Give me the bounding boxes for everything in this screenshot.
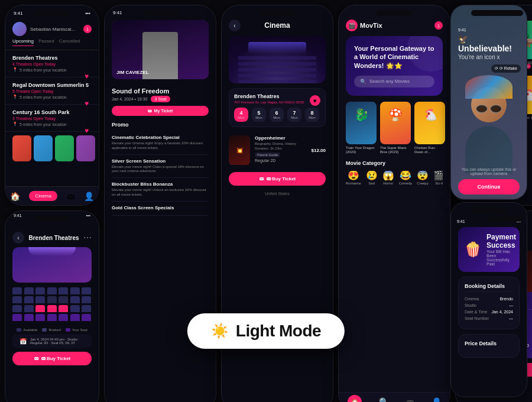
heart-icon-3[interactable]: ♥	[85, 127, 93, 135]
notification-badge[interactable]: 1	[83, 25, 92, 33]
seat-r4c5[interactable]	[59, 314, 68, 321]
nav-cinema-button[interactable]: Cinema	[29, 191, 57, 201]
seat-r3c1[interactable]	[12, 305, 22, 312]
seat-r2c2[interactable]	[24, 296, 34, 303]
retake-button[interactable]: ⟳ ⟳ Retake	[491, 64, 521, 73]
movie-strip	[5, 132, 99, 165]
seat-r1c1[interactable]	[12, 287, 22, 294]
promo-item-4[interactable]: Gold Class Screen Specials	[112, 202, 209, 216]
bottom-nav-theaters: 🏠 Cinema 🎟 👤	[5, 186, 99, 205]
phone-notch-payment	[471, 208, 507, 213]
seat-r2c7[interactable]	[82, 296, 91, 303]
seat-r1c5[interactable]	[59, 287, 68, 294]
seat-r3c5[interactable]	[59, 305, 68, 312]
promo-desc-3: Elevate your movie night! Unlock an excl…	[112, 188, 209, 197]
category-row: 😍 Romance 😢 Sad 😱 Horror 😂 Comedy	[346, 171, 443, 185]
promo-name-4: Gold Class Screen Specials	[112, 205, 209, 210]
seat-r1c6[interactable]	[70, 287, 80, 294]
seat-r3c3[interactable]	[35, 305, 45, 312]
seats-title: Brenden Theatres	[28, 235, 79, 241]
nav-search[interactable]: 🔍	[379, 397, 389, 403]
seat-r2c1[interactable]	[12, 296, 22, 303]
seat-r1c2[interactable]	[24, 287, 34, 294]
movie-card-1[interactable]: 🐉 Train Your Dragon (2023)	[346, 102, 377, 154]
selfie-lens-right	[490, 105, 502, 113]
date-box-0[interactable]: 4 Mon	[234, 108, 248, 122]
date-box-3[interactable]: 7 Mon	[287, 108, 301, 122]
cat-sad[interactable]: 😢 Sad	[366, 171, 378, 185]
nav-profile-icon[interactable]: 👤	[84, 192, 94, 201]
payment-success-banner: 🍿 PaymentSuccess Your Bill Has Been Succ…	[458, 227, 520, 272]
user-name: Sebastian Maniscal...	[30, 27, 80, 32]
tab-upcoming[interactable]: Upcoming	[12, 38, 34, 46]
seat-r4c2[interactable]	[24, 314, 34, 321]
legend-dot-yours	[66, 328, 70, 332]
seat-r4c4[interactable]	[47, 314, 57, 321]
theater-item-3[interactable]: Century 16 South Park 3 Theatres Open To…	[5, 105, 99, 132]
tab-passed[interactable]: Passed	[38, 38, 54, 46]
nav-ticket-icon[interactable]: 🎟	[67, 192, 75, 201]
date-box-1[interactable]: 5 Mon	[252, 108, 266, 122]
movie-title: Sound of Freedom	[112, 87, 209, 95]
seat-r1c3[interactable]	[35, 287, 45, 294]
booking-detail-cinema: Cinema Brendo	[465, 297, 513, 301]
seat-r2c3[interactable]	[35, 296, 45, 303]
seat-r3c6[interactable]	[70, 305, 80, 312]
country-label: United States	[222, 189, 333, 198]
date-box-2[interactable]: 6 Mon	[270, 108, 284, 122]
cinema-screen-glow	[248, 42, 306, 54]
theater-name-1: Brenden Theatres	[12, 55, 92, 61]
phone-seat-selection: 9:41▪▪▪ ‹ Brenden Theatres ⋯	[5, 210, 99, 402]
promo-item-3[interactable]: Blockbuster Bliss Bonanza Elevate your m…	[112, 178, 209, 202]
seat-r1c7[interactable]	[82, 287, 91, 294]
movie-title-chicken: Chicken Run: Dawn of...	[414, 146, 445, 154]
cat-scifi[interactable]: 🎬 Sci-fi	[433, 171, 443, 185]
my-ticket-button[interactable]: 🎟 My Ticket	[112, 106, 209, 116]
seat-r4c7[interactable]	[82, 314, 91, 321]
legend-dot-booked	[42, 328, 47, 332]
favorite-icon[interactable]: ♥	[310, 95, 320, 106]
seats-menu[interactable]: ⋯	[83, 233, 92, 242]
theater-item-2[interactable]: Regal Downtown Summerlin 5 5 Theatre Ope…	[5, 77, 99, 105]
movtix-notif[interactable]: 1	[434, 21, 443, 30]
ticket-btn-label: My Ticket	[154, 109, 173, 113]
promo-item-2[interactable]: Silver Screen Sensation Elevate your mov…	[112, 155, 209, 179]
nav-home-icon[interactable]: 🏠	[10, 192, 20, 201]
seat-r4c3[interactable]	[35, 314, 45, 321]
nav-ticket[interactable]: 🎟	[406, 397, 414, 403]
continue-button[interactable]: Continue	[458, 179, 520, 194]
nav-home-active[interactable]: 🏠	[348, 395, 362, 403]
cat-romance[interactable]: 😍 Romance	[346, 171, 361, 185]
seats-back-button[interactable]: ‹	[12, 232, 24, 244]
seat-r2c6[interactable]	[70, 296, 80, 303]
tab-cancelled[interactable]: Cancelled	[59, 38, 80, 46]
phone-theaters-list: 9:41 ▪▪▪ Sebastian Maniscal... 1 Upcomin…	[5, 5, 99, 206]
legend-booked: Booked	[42, 328, 60, 332]
seat-r4c6[interactable]	[70, 314, 80, 321]
cat-horror[interactable]: 😱 Horror	[382, 171, 394, 185]
date-box-4[interactable]: 8 Mon	[305, 108, 319, 122]
seat-buy-button[interactable]: 🎟 🎟 Buy Ticket	[12, 352, 92, 365]
movie-format: Regular 2D	[255, 158, 307, 163]
seat-grid	[5, 283, 99, 326]
user-avatar	[12, 22, 27, 36]
theater-detail-name: Brenden Theatres	[234, 93, 304, 99]
search-bar[interactable]: 🔍 Search any Movies	[354, 76, 434, 87]
cat-creepy[interactable]: 😨 Creepy	[417, 171, 429, 185]
seat-r3c2[interactable]	[24, 305, 34, 312]
seat-r3c4[interactable]	[47, 305, 57, 312]
promo-item-1[interactable]: Cinematic Celebration Special Elevate yo…	[112, 131, 209, 155]
seat-r4c1[interactable]	[12, 314, 22, 321]
phone-notch-6	[34, 216, 70, 222]
cat-comedy[interactable]: 😂 Comedy	[399, 171, 412, 185]
back-button[interactable]: ‹	[229, 20, 241, 31]
booking-detail-datetime: Date & Time Jan 4, 2024	[465, 310, 513, 314]
movie-card-2[interactable]: 🍄 The Super Mario Bros (2023)	[380, 102, 411, 154]
seat-r1c4[interactable]	[47, 287, 57, 294]
movie-card-3[interactable]: 🐔 Chicken Run: Dawn of...	[414, 102, 445, 154]
nav-profile[interactable]: 👤	[432, 397, 442, 403]
theater-item-1[interactable]: Brenden Theatres 4 Theatres Open Today 📍…	[5, 50, 99, 77]
buy-ticket-button[interactable]: 🎟 🎟 Buy Ticket	[229, 172, 326, 186]
light-mode-button[interactable]: ☀️ Light Mode	[187, 313, 345, 349]
seat-r3c7[interactable]	[82, 305, 91, 312]
